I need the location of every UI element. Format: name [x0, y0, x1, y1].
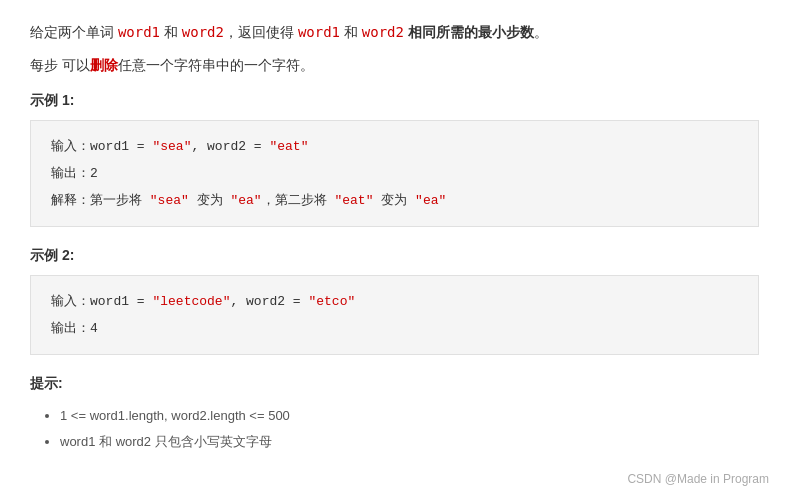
example1-explain-value: 第一步将 "sea" 变为 "ea"，第二步将 "eat" 变为 "ea" — [90, 193, 446, 208]
example1-title: 示例 1: — [30, 92, 759, 110]
delete-highlight: 删除 — [90, 57, 118, 73]
step-line: 每步 可以删除任意一个字符串中的一个字符。 — [30, 53, 759, 78]
example2-input-label: 输入： — [51, 293, 90, 308]
example2-input-value: word1 = "leetcode", word2 = "etco" — [90, 294, 355, 309]
example2-output-value: 4 — [90, 321, 98, 336]
word1-code: word1 — [118, 24, 160, 40]
example2-input-row: 输入：word1 = "leetcode", word2 = "etco" — [51, 288, 738, 315]
hint2-text: word1 和 word2 只包含小写英文字母 — [60, 434, 272, 449]
example1-input-row: 输入：word1 = "sea", word2 = "eat" — [51, 133, 738, 160]
example1-section: 示例 1: 输入：word1 = "sea", word2 = "eat" 输出… — [30, 92, 759, 227]
example1-box: 输入：word1 = "sea", word2 = "eat" 输出：2 解释：… — [30, 120, 759, 227]
example1-output-row: 输出：2 — [51, 160, 738, 187]
example1-output-label: 输出： — [51, 165, 90, 180]
intro-line1: 给定两个单词 word1 和 word2，返回使得 word1 和 word2 … — [30, 20, 759, 45]
list-item: word1 和 word2 只包含小写英文字母 — [60, 429, 759, 455]
hints-list: 1 <= word1.length, word2.length <= 500 w… — [30, 403, 759, 455]
hint1-text: 1 <= word1.length, word2.length <= 500 — [60, 408, 290, 423]
example1-input-value: word1 = "sea", word2 = "eat" — [90, 139, 308, 154]
example2-title: 示例 2: — [30, 247, 759, 265]
list-item: 1 <= word1.length, word2.length <= 500 — [60, 403, 759, 429]
example2-output-row: 输出：4 — [51, 315, 738, 342]
example2-box: 输入：word1 = "leetcode", word2 = "etco" 输出… — [30, 275, 759, 355]
example1-explain-row: 解释：第一步将 "sea" 变为 "ea"，第二步将 "eat" 变为 "ea" — [51, 187, 738, 214]
intro-section: 给定两个单词 word1 和 word2，返回使得 word1 和 word2 … — [30, 20, 759, 78]
bold-phrase: 相同所需的最小步数 — [408, 24, 534, 40]
example2-section: 示例 2: 输入：word1 = "leetcode", word2 = "et… — [30, 247, 759, 355]
example1-input-label: 输入： — [51, 138, 90, 153]
word1-ref-code: word1 — [298, 24, 340, 40]
word2-code: word2 — [182, 24, 224, 40]
example2-output-label: 输出： — [51, 320, 90, 335]
hints-title: 提示: — [30, 375, 759, 393]
word2-ref-code: word2 — [362, 24, 404, 40]
example1-explain-label: 解释： — [51, 192, 90, 207]
example1-output-value: 2 — [90, 166, 98, 181]
watermark: CSDN @Made in Program — [627, 472, 769, 486]
hints-section: 提示: 1 <= word1.length, word2.length <= 5… — [30, 375, 759, 455]
